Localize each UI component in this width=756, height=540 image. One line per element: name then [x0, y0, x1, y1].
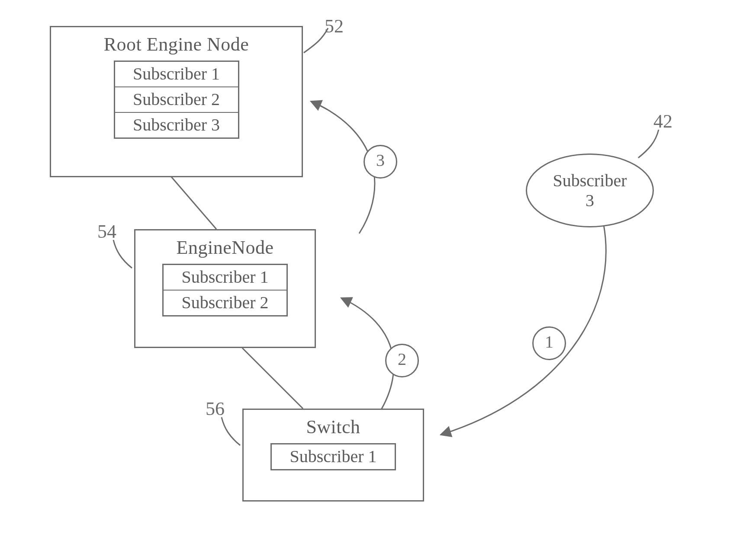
table-row: Subscriber 3 — [115, 113, 238, 137]
step-badge-3: 3 — [364, 145, 397, 179]
engine-node-title: EngineNode — [135, 236, 315, 259]
ref-label-engine: 54 — [97, 220, 116, 243]
root-subscriber-table: Subscriber 1 Subscriber 2 Subscriber 3 — [114, 61, 239, 139]
ref-label-subscriber3: 42 — [653, 110, 672, 132]
table-row: Subscriber 1 — [164, 265, 286, 291]
ref-label-root: 52 — [325, 15, 344, 37]
ref-label-switch: 56 — [206, 398, 225, 420]
table-row: Subscriber 2 — [115, 87, 238, 113]
subscriber-ellipse-number: 3 — [527, 191, 653, 211]
engine-subscriber-table: Subscriber 1 Subscriber 2 — [162, 264, 288, 316]
root-node-title: Root Engine Node — [51, 33, 302, 55]
switch-subscriber-table: Subscriber 1 — [270, 443, 396, 470]
table-row: Subscriber 1 — [115, 62, 238, 87]
engine-node: EngineNode Subscriber 1 Subscriber 2 — [134, 229, 316, 348]
svg-line-0 — [171, 176, 216, 229]
switch-node: Switch Subscriber 1 — [242, 409, 424, 502]
step-badge-1: 1 — [532, 326, 566, 360]
table-row: Subscriber 2 — [164, 291, 286, 315]
switch-node-title: Switch — [244, 416, 423, 438]
step-badge-2: 2 — [385, 344, 419, 377]
table-row: Subscriber 1 — [272, 444, 395, 469]
root-engine-node: Root Engine Node Subscriber 1 Subscriber… — [50, 26, 303, 177]
subscriber-ellipse-label: Subscriber — [527, 171, 653, 191]
svg-line-1 — [242, 348, 303, 409]
diagram-stage: Root Engine Node Subscriber 1 Subscriber… — [0, 0, 756, 540]
subscriber-3-ellipse: Subscriber 3 — [526, 153, 654, 227]
